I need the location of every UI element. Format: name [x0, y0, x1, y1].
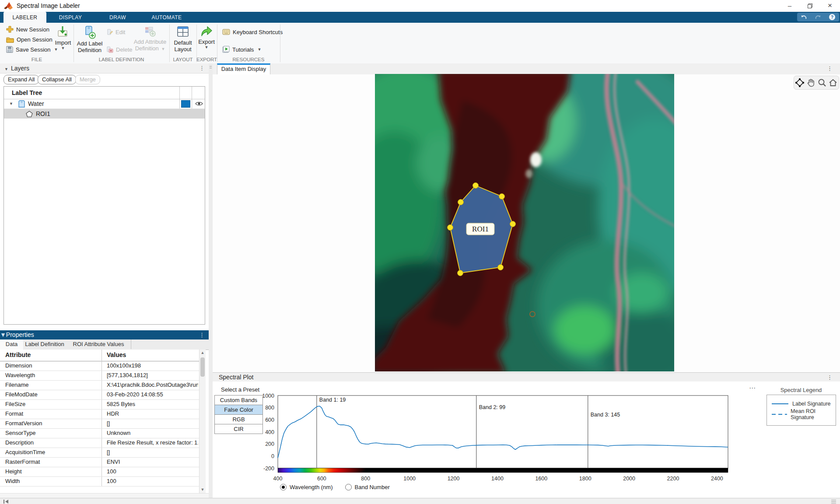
minimize-button[interactable]: – — [782, 0, 797, 11]
roi-vertex-tool-icon[interactable] — [795, 78, 805, 88]
attribute-cell: FormatVersion — [5, 420, 42, 427]
collapse-triangle-icon[interactable]: ▼ — [0, 331, 6, 338]
attribute-cell: SensorType — [5, 430, 35, 436]
band-marker-label: Band 1: 19 — [319, 397, 346, 403]
undo-icon[interactable] — [801, 14, 807, 20]
collapse-triangle-icon[interactable]: ▼ — [4, 67, 8, 71]
table-row-wavelength[interactable]: Wavelength[577,1304,1812] — [0, 371, 199, 381]
x-tick-label: 2200 — [667, 476, 679, 482]
new-session-button[interactable]: New Session — [6, 25, 49, 33]
close-button[interactable]: × — [822, 0, 837, 11]
scroll-up-icon[interactable]: ▲ — [200, 350, 206, 356]
import-button[interactable]: Import ▼ — [52, 25, 74, 50]
table-row-width[interactable]: Width100 — [0, 476, 199, 486]
table-row-description[interactable]: DescriptionFile Resize Result, x resize … — [0, 438, 199, 448]
open-session-button[interactable]: Open Session — [6, 35, 52, 43]
ribbon-tab-display[interactable]: DISPLAY — [46, 12, 94, 23]
table-scrollbar[interactable]: ▲ ▼ — [199, 350, 206, 493]
scroll-down-icon[interactable]: ▼ — [200, 486, 206, 493]
table-row-height[interactable]: Height100 — [0, 467, 199, 477]
home-view-icon[interactable] — [828, 78, 838, 88]
collapse-all-button[interactable]: Collapse All — [38, 75, 76, 84]
properties-panel-header[interactable]: ▼Properties ⋮ — [0, 330, 209, 340]
table-row-acquisitiontime[interactable]: AcquisitionTime[] — [0, 448, 199, 458]
spectral-legend-title: Spectral Legend — [766, 387, 836, 393]
redo-icon[interactable] — [815, 14, 821, 20]
document-menu-icon[interactable]: ⋮ — [827, 65, 833, 72]
label-tree-header: Label Tree — [4, 87, 205, 99]
resize-grip-icon[interactable] — [831, 500, 836, 504]
expander-icon[interactable]: ▼ — [9, 102, 13, 106]
edit-label-button[interactable]: Edit — [106, 28, 125, 36]
value-cell: 100x100x198 — [107, 362, 198, 369]
attributes-table: Attribute Values Dimension100x100x198Wav… — [0, 350, 199, 493]
wavelength-colormap-strip — [278, 468, 728, 472]
tutorials-button[interactable]: Tutorials▼ — [222, 46, 261, 53]
table-row-filesize[interactable]: FileSize5825 Bytes — [0, 399, 199, 410]
attribute-cell: AcquisitionTime — [5, 449, 45, 455]
spectral-menu-icon[interactable]: ⋮ — [827, 373, 833, 382]
layout-icon — [176, 25, 189, 38]
radio-band-number[interactable]: Band Number — [345, 484, 390, 490]
ribbon-tab-labeler[interactable]: LABELER — [4, 12, 46, 23]
radio-wavelength-nm[interactable]: Wavelength (nm) — [280, 484, 333, 490]
x-tick-label: 1200 — [448, 476, 460, 482]
ribbon-tab-automate[interactable]: AUTOMATE — [141, 12, 192, 23]
spectral-image-labeler-window: Spectral Image Labeler – × LABELERDISPLA… — [0, 0, 840, 504]
value-cell: 100 — [107, 478, 198, 484]
attribute-cell: Format — [5, 410, 23, 417]
table-row-filename[interactable]: FilenameX:\41\prachik.Bdoc.PostOutage3\r… — [0, 380, 199, 390]
value-cell: [] — [107, 449, 198, 455]
skip-to-start-icon[interactable] — [4, 500, 9, 504]
table-row-format[interactable]: FormatHDR — [0, 409, 199, 419]
keyboard-shortcuts-button[interactable]: Keyboard Shortcuts — [222, 28, 283, 36]
value-cell: 03-Feb-2020 14:08:55 — [107, 391, 198, 398]
add-attribute-definition-button[interactable]: Add Attribute Definition ▼ — [131, 25, 169, 52]
visibility-eye-icon[interactable] — [195, 101, 203, 106]
layers-menu-icon[interactable]: ⋮ — [199, 63, 205, 73]
properties-tab-roi-attribute-values[interactable]: ROI Attribute Values — [66, 340, 131, 349]
merge-button: Merge — [75, 75, 100, 84]
delete-label-button[interactable]: Delete — [106, 46, 133, 53]
properties-tab-label-definition[interactable]: Label Definition — [23, 340, 66, 349]
table-row-formatversion[interactable]: FormatVersion[] — [0, 419, 199, 429]
spectral-chart[interactable]: 10008006004002000-2004006008001000120014… — [254, 383, 770, 485]
layers-panel-header[interactable]: ▼Layers ⋮ — [0, 63, 209, 74]
roi-label-text: ROI1 — [472, 225, 489, 233]
radio-label: Band Number — [355, 484, 390, 490]
attribute-cell: Description — [5, 439, 34, 446]
pan-hand-icon[interactable] — [806, 78, 816, 88]
radio-circle-icon[interactable] — [345, 484, 352, 490]
table-row-sensortype[interactable]: SensorTypeUnknown — [0, 428, 199, 438]
properties-tab-data[interactable]: Data — [0, 340, 24, 350]
y-tick-label: 200 — [265, 441, 274, 447]
zoom-magnifier-icon[interactable] — [817, 78, 827, 88]
label-color-swatch[interactable] — [181, 100, 190, 108]
help-icon[interactable]: ? — [829, 14, 836, 21]
expand-all-button[interactable]: Expand All — [4, 75, 39, 84]
tree-row-water[interactable]: ▼ Water — [4, 99, 205, 109]
restore-button[interactable] — [802, 0, 817, 11]
panel-splitter[interactable] — [209, 63, 213, 498]
save-session-button[interactable]: Save Session▼ — [6, 46, 58, 53]
spectral-plot-header[interactable]: Spectral Plot ⋮ — [213, 372, 840, 382]
properties-menu-icon[interactable]: ⋮ — [199, 330, 205, 340]
open-folder-icon — [6, 36, 14, 43]
table-row-dimension[interactable]: Dimension100x100x198 — [0, 361, 199, 371]
keyboard-icon — [222, 29, 230, 35]
y-tick-label: 600 — [265, 417, 274, 423]
table-row-rasterformat[interactable]: RasterFormatENVI — [0, 457, 199, 467]
radio-circle-icon[interactable] — [280, 484, 287, 490]
attribute-cell: Height — [5, 468, 22, 475]
section-label-layout: LAYOUT — [169, 57, 196, 62]
add-label-definition-button[interactable]: Add Label Definition — [75, 25, 104, 53]
tree-row-roi1[interactable]: ROI1 — [4, 109, 205, 119]
default-layout-button[interactable]: DefaultLayout — [172, 25, 194, 52]
scroll-thumb[interactable] — [200, 357, 205, 377]
attribute-cell: FileSize — [5, 401, 25, 407]
tab-data-item-display[interactable]: Data Item Display — [217, 63, 270, 74]
table-row-filemoddate[interactable]: FileModDate03-Feb-2020 14:08:55 — [0, 390, 199, 400]
ribbon-tab-draw[interactable]: DRAW — [94, 12, 141, 23]
export-button[interactable]: Export ▼ — [196, 25, 217, 49]
satellite-false-color-image[interactable]: ROI1 — [375, 74, 674, 371]
